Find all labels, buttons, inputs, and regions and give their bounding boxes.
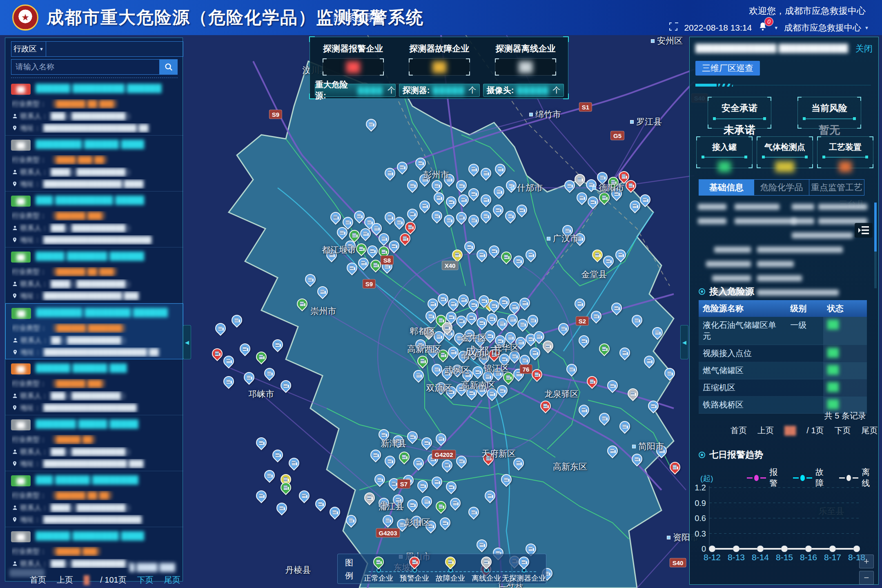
enterprise-marker-pin[interactable] [432,190,447,205]
tab-重点监管工艺[interactable]: 重点监管工艺 [809,179,864,196]
enterprise-marker-pin[interactable] [415,354,430,369]
fullscreen-icon[interactable] [668,22,678,33]
close-panel-link[interactable]: 关闭 [855,43,873,54]
system-nav-menu[interactable]: 系统导航 [334,0,383,35]
enterprise-marker-pin[interactable] [577,403,592,418]
enterprise-marker-pin[interactable] [405,207,420,222]
enterprise-marker-pin[interactable] [589,309,604,324]
enterprise-marker-pin[interactable] [297,488,312,503]
enterprise-marker-pin[interactable] [274,501,290,516]
next-page-button[interactable]: 下页 [835,425,851,436]
table-row[interactable]: 液化石油气储罐区单元一级██ [699,317,867,345]
company-list-item[interactable]: ████████ ██████ ███行业类型：【██████ ███】联系人：… [5,359,183,415]
enterprise-marker-pin[interactable] [454,210,469,225]
enterprise-marker-pin[interactable] [229,313,245,328]
enterprise-marker-pin[interactable] [668,460,683,475]
trend-data-point[interactable] [853,546,860,552]
enterprise-marker-pin[interactable] [572,296,588,312]
table-row[interactable]: 视频接入点位██ [699,345,867,362]
enterprise-marker-pin[interactable] [585,374,600,389]
prev-page-button[interactable]: 上页 [57,575,73,586]
enterprise-marker-pin[interactable] [541,339,556,354]
table-row[interactable]: 燃气储罐区██ [699,362,867,379]
enterprise-marker-pin[interactable] [474,537,490,552]
next-page-button[interactable]: 下页 [137,575,154,586]
enterprise-marker-pin[interactable] [605,443,620,459]
last-page-button[interactable]: 尾页 [862,425,878,436]
enterprise-marker-pin[interactable] [345,261,360,276]
enterprise-marker-pin[interactable] [411,368,426,383]
enterprise-marker-pin[interactable] [493,162,508,177]
enterprise-marker-pin[interactable] [499,472,514,487]
enterprise-marker-pin[interactable] [411,456,426,471]
scrollbar-thumb[interactable] [874,203,877,252]
tab-基础信息[interactable]: 基础信息 [699,179,754,196]
trend-data-point[interactable] [757,546,764,552]
enterprise-marker-pin[interactable] [221,354,236,369]
enterprise-marker-pin[interactable] [417,198,432,214]
enterprise-marker-pin[interactable] [586,194,601,209]
region-select[interactable]: 行政区 ▼ [11,41,46,57]
enterprise-marker-pin[interactable] [238,341,253,356]
enterprise-marker-pin[interactable] [564,362,579,377]
enterprise-marker-pin[interactable] [499,249,514,265]
enterprise-marker-pin[interactable] [213,321,228,336]
enterprise-marker-pin[interactable] [381,513,396,528]
company-list-item[interactable]: ████████ █████████ ██████行业类型：【██████ ██… [5,80,183,136]
enterprise-marker-pin[interactable] [405,178,420,193]
enterprise-marker-pin[interactable] [479,192,494,207]
enterprise-marker-pin[interactable] [479,209,494,224]
enterprise-marker-pin[interactable] [609,301,624,316]
enterprise-marker-pin[interactable] [434,499,449,514]
enterprise-marker-pin[interactable] [415,478,430,493]
table-row[interactable]: 压缩机区██ [699,379,867,396]
enterprise-marker-pin[interactable] [514,203,530,218]
org-switcher[interactable]: 成都市应急救援中心 ▼ [784,22,869,33]
enterprise-marker-pin[interactable] [630,452,645,467]
search-input[interactable] [11,59,160,75]
zoom-in-button[interactable]: + [859,555,874,568]
enterprise-marker-pin[interactable] [466,505,481,520]
trend-data-point[interactable] [781,546,788,552]
enterprise-marker-pin[interactable] [368,448,383,463]
prev-page-button[interactable]: 上页 [757,425,774,436]
enterprise-marker-pin[interactable] [254,488,269,503]
enterprise-marker-pin[interactable] [605,378,620,393]
enterprise-marker-pin[interactable] [556,321,571,336]
first-page-button[interactable]: 首页 [731,425,747,436]
enterprise-marker-pin[interactable] [491,203,506,218]
enterprise-marker-pin[interactable] [617,419,633,434]
enterprise-marker-pin[interactable] [454,178,469,193]
enterprise-marker-pin[interactable] [242,370,257,385]
trend-data-point[interactable] [733,546,739,552]
trend-data-point[interactable] [709,546,715,552]
enterprise-marker-pin[interactable] [492,184,507,199]
enterprise-marker-pin[interactable] [383,166,398,181]
sidebar-collapse-handle[interactable]: ◀ [183,325,191,359]
detail-panel-collapse-handle[interactable]: ◀ [680,325,688,359]
company-list-item[interactable]: █████████ █████ █████行业类型：【█████ ██】联系人：… [5,415,183,471]
enterprise-marker-pin[interactable] [328,210,343,225]
company-list-item[interactable]: █████ ██████████ █████行业类型：【██████ ███】联… [5,192,183,247]
enterprise-marker-pin[interactable] [295,296,310,312]
enterprise-marker-pin[interactable] [454,454,469,469]
first-page-button[interactable]: 首页 [30,575,46,586]
enterprise-marker-pin[interactable] [575,190,590,205]
enterprise-marker-pin[interactable] [487,243,502,258]
enterprise-marker-pin[interactable] [430,209,445,224]
enterprise-marker-pin[interactable] [440,458,455,473]
enterprise-marker-pin[interactable] [538,399,553,414]
company-list-item[interactable]: ██████████ ████████ ██████行业类型：【██████ █… [5,303,183,359]
enterprise-marker-pin[interactable] [577,333,592,348]
enterprise-marker-pin[interactable] [474,247,490,263]
zoom-out-button[interactable]: − [859,571,874,585]
trend-data-point[interactable] [829,546,836,552]
enterprise-marker-pin[interactable] [405,497,420,512]
enterprise-marker-pin[interactable] [344,513,359,528]
enterprise-marker-pin[interactable] [362,490,377,506]
enterprise-marker-pin[interactable] [511,254,526,269]
enterprise-marker-pin[interactable] [262,468,277,483]
enterprise-marker-pin[interactable] [646,399,661,414]
enterprise-marker-pin[interactable] [356,256,371,271]
enterprise-marker-pin[interactable] [383,454,398,469]
